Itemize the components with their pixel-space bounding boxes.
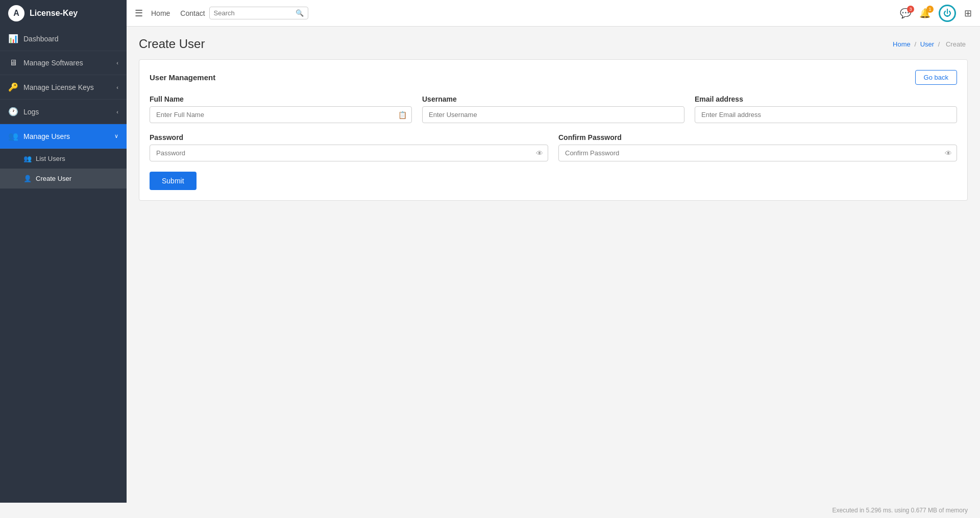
sidebar-item-label: Logs [23,108,39,116]
layout: 📊 Dashboard 🖥 Manage Softwares ‹ 🔑 Manag… [0,27,980,503]
full-name-label: Full Name [150,95,412,103]
notifications-badge: 1 [926,6,934,13]
form-group-full-name: Full Name 📋 [150,95,412,123]
contact-link[interactable]: Contact [180,9,205,17]
sidebar-item-logs[interactable]: 🕐 Logs ‹ [0,100,127,124]
manage-softwares-icon: 🖥 [8,58,18,67]
list-users-icon: 👥 [23,155,32,162]
power-button[interactable]: ⏻ [939,5,956,22]
breadcrumb-current: Create [946,40,966,48]
sidebar-item-manage-license-keys[interactable]: 🔑 Manage License Keys ‹ [0,75,127,100]
navbar-right: 💬 3 🔔 1 ⏻ ⊞ [900,5,972,22]
go-back-button[interactable]: Go back [915,70,957,85]
sidebar-item-label: Manage Softwares [23,59,83,67]
username-label: Username [422,95,684,103]
breadcrumb-sep2: / [938,40,940,48]
form-group-password: Password 👁 [150,133,548,161]
page-header: Create User Home / User / Create [139,37,968,51]
full-name-wrapper: 📋 [150,106,412,123]
dashboard-icon: 📊 [8,34,18,43]
page-title: Create User [139,37,205,51]
confirm-password-toggle-icon[interactable]: 👁 [945,149,952,157]
sidebar-item-label: Manage License Keys [23,83,94,91]
card-title: User Management [150,73,215,82]
brand-icon: A [8,5,24,21]
main-content: Create User Home / User / Create User Ma… [127,27,980,503]
sidebar-sub-item-label: List Users [36,155,65,162]
grid-icon[interactable]: ⊞ [964,8,972,19]
sidebar-toggle-button[interactable]: ☰ [135,8,143,19]
password-input[interactable] [150,145,548,161]
breadcrumb-sep1: / [914,40,916,48]
manage-license-keys-icon: 🔑 [8,82,18,92]
confirm-password-input[interactable] [558,145,957,161]
footer: Executed in 5.296 ms. using 0.677 MB of … [0,503,980,518]
card-header: User Management Go back [150,70,957,85]
sidebar-sub-item-list-users[interactable]: 👥 List Users [0,149,127,169]
breadcrumb-user[interactable]: User [920,40,934,48]
username-input[interactable] [422,106,684,123]
footer-text: Executed in 5.296 ms. using 0.677 MB of … [832,507,968,514]
chevron-right-icon: ‹ [116,109,118,115]
navbar-links: Home Contact [151,9,205,17]
sidebar-item-dashboard[interactable]: 📊 Dashboard [0,27,127,51]
search-input[interactable] [214,9,296,17]
breadcrumb: Home / User / Create [893,40,968,48]
sidebar-item-manage-users[interactable]: 👥 Manage Users ∨ [0,124,127,149]
search-box: 🔍 [209,7,308,19]
full-name-icon: 📋 [398,111,407,119]
search-icon: 🔍 [296,9,304,17]
form-row-2: Password 👁 Confirm Password 👁 [150,133,957,161]
sidebar-sub-item-create-user[interactable]: 👤 Create User [0,169,127,189]
form-row-1: Full Name 📋 Username Email address [150,95,957,123]
brand-name: License-Key [30,9,78,18]
sidebar-item-label: Manage Users [23,132,70,140]
navbar: A License-Key ☰ Home Contact 🔍 💬 3 🔔 1 ⏻… [0,0,980,27]
messages-badge: 3 [907,6,914,13]
email-wrapper [695,106,957,123]
password-toggle-icon[interactable]: 👁 [536,149,543,157]
email-input[interactable] [695,106,957,123]
username-wrapper [422,106,684,123]
logs-icon: 🕐 [8,107,18,116]
form-group-email: Email address [695,95,957,123]
chevron-right-icon: ‹ [116,84,118,90]
create-user-icon: 👤 [23,175,32,182]
breadcrumb-home[interactable]: Home [893,40,911,48]
notifications-button[interactable]: 🔔 1 [919,8,930,19]
manage-users-icon: 👥 [8,131,18,141]
sidebar-item-manage-softwares[interactable]: 🖥 Manage Softwares ‹ [0,51,127,75]
form-group-username: Username [422,95,684,123]
brand: A License-Key [0,0,127,27]
full-name-input[interactable] [150,106,412,123]
confirm-password-wrapper: 👁 [558,145,957,161]
user-management-card: User Management Go back Full Name 📋 User… [139,59,968,201]
email-label: Email address [695,95,957,103]
password-wrapper: 👁 [150,145,548,161]
sidebar: 📊 Dashboard 🖥 Manage Softwares ‹ 🔑 Manag… [0,27,127,503]
sidebar-sub-item-label: Create User [36,175,71,182]
confirm-password-label: Confirm Password [558,133,957,142]
form-group-confirm-password: Confirm Password 👁 [558,133,957,161]
chevron-down-icon: ∨ [114,133,118,139]
chevron-right-icon: ‹ [116,60,118,66]
password-label: Password [150,133,548,142]
sidebar-item-label: Dashboard [23,35,59,43]
messages-button[interactable]: 💬 3 [900,8,911,19]
submit-button[interactable]: Submit [150,172,197,190]
home-link[interactable]: Home [151,9,170,17]
